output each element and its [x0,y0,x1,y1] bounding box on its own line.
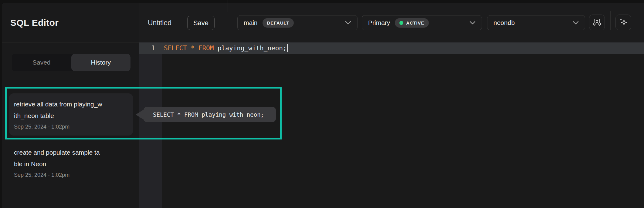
branch-default-badge: DEFAULT [263,18,294,28]
sliders-icon [592,18,602,27]
history-query-tooltip: SELECT * FROM playing_with_neon; [144,107,276,122]
database-value: neondb [493,19,515,26]
database-selector[interactable]: neondb [487,15,585,30]
chevron-down-icon [345,21,351,25]
history-item[interactable]: retrieve all data from playing_w ith_neo… [9,93,133,136]
history-item-timestamp: Sep 25, 2024 - 1:02pm [14,122,128,132]
document-name-label: Untitled [148,3,171,42]
sidebar-tabs: Saved History [12,54,130,71]
history-item-title-line: retrieve all data from playing_w [14,99,128,110]
sql-code-line[interactable]: SELECT * FROM playing_with_neon; [164,42,288,54]
tab-history[interactable]: History [71,54,131,71]
sql-editor-page: SQL Editor Untitled Save main DEFAULT Pr… [0,0,644,208]
line-number: 1 [139,42,162,54]
editor-gutter [139,42,162,208]
branch-value: main [244,19,258,26]
dot-icon [399,21,403,25]
compute-value: Primary [368,19,390,26]
history-item[interactable]: create and populate sample ta ble in Neo… [14,147,100,180]
editor-settings-button[interactable] [589,15,605,30]
ai-assistant-button[interactable] [615,15,631,30]
compute-status-badge: ACTIVE [395,18,429,28]
sql-identifier: playing_with_neon; [218,45,287,52]
save-button[interactable]: Save [187,16,215,30]
text-cursor [287,44,288,52]
history-item-title-line: create and populate sample ta [14,147,100,158]
sql-keyword: SELECT [164,45,191,52]
sql-star: * [191,45,198,52]
sql-keyword: FROM [198,45,218,52]
chevron-down-icon [573,21,579,25]
history-item-title-line: ble in Neon [14,158,100,170]
chevron-down-icon [469,21,476,25]
tooltip-arrow [136,109,144,120]
page-title: SQL Editor [10,18,59,28]
branch-selector[interactable]: main DEFAULT [237,15,358,30]
compute-status-text: ACTIVE [406,20,424,25]
history-item-timestamp: Sep 25, 2024 - 1:02pm [14,170,100,180]
editor-code-area[interactable] [162,42,644,208]
header-divider [228,0,228,12]
compute-selector[interactable]: Primary ACTIVE [362,15,482,30]
toolbar-divider [610,11,611,30]
history-item-title-line: ith_neon table [14,110,128,122]
tab-saved[interactable]: Saved [12,54,71,71]
sidebar-header: SQL Editor [2,3,139,42]
sparkle-icon [619,18,628,27]
